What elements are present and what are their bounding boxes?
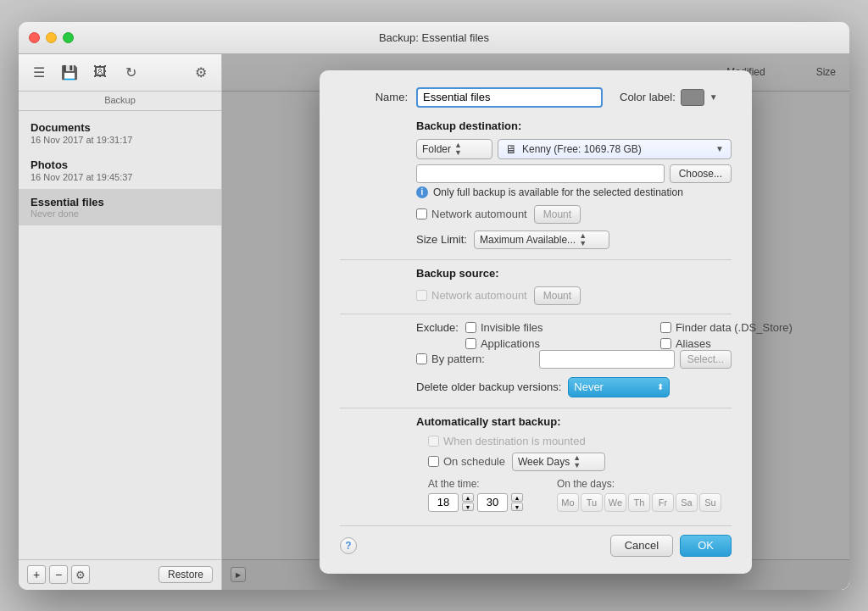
sidebar-item-status: Never done	[31, 208, 209, 219]
at-time-col: At the time: 18 ▲ ▼ 30 ▲ ▼	[428, 478, 523, 512]
sidebar-item-name: Essential files	[31, 196, 209, 208]
restore-button[interactable]: Restore	[159, 566, 213, 583]
day-fr[interactable]: Fr	[652, 493, 674, 512]
main-window: Backup: Essential files ☰ 💾 🖼 ↻ ⚙ Backup…	[19, 22, 849, 590]
hours-up-arrow[interactable]: ▲	[462, 493, 474, 502]
destination-row: Folder ▲▼ 🖥 Kenny (Free: 1069.78 GB) ▼	[416, 139, 732, 159]
by-pattern-text: By pattern:	[431, 353, 485, 365]
mount-button[interactable]: Mount	[534, 205, 581, 224]
main-content: ☰ 💾 🖼 ↻ ⚙ Backup Documents 16 Nov 2017 a…	[19, 54, 849, 590]
monitor-icon[interactable]: 🖼	[88, 60, 112, 84]
backup-list-icon[interactable]: ☰	[27, 60, 51, 84]
name-label: Name:	[340, 91, 408, 103]
color-dropdown-arrow[interactable]: ▼	[709, 92, 718, 102]
cancel-button[interactable]: Cancel	[610, 535, 673, 557]
minutes-down-arrow[interactable]: ▼	[511, 503, 523, 511]
source-automount-checkbox[interactable]	[416, 290, 427, 301]
path-row: Choose...	[416, 164, 732, 183]
exclude-applications-text: Applications	[481, 337, 540, 350]
sidebar: ☰ 💾 🖼 ↻ ⚙ Backup Documents 16 Nov 2017 a…	[19, 54, 222, 590]
size-limit-select[interactable]: Maximum Available... ▲▼	[474, 231, 609, 249]
delete-older-value: Never	[574, 380, 604, 393]
network-automount-checkbox[interactable]	[416, 208, 427, 219]
pattern-input[interactable]	[539, 350, 675, 369]
when-mounted-checkbox[interactable]	[428, 436, 439, 447]
name-input[interactable]	[416, 87, 603, 108]
source-automount-text: Network automount	[431, 289, 527, 302]
automount-row: Network automount Mount	[416, 205, 732, 224]
delete-select-arrows: ⬍	[657, 382, 664, 392]
size-limit-arrows: ▲▼	[579, 232, 587, 247]
settings-icon[interactable]: ⚙	[189, 60, 213, 84]
color-label-area: Color label: ▼	[620, 89, 718, 106]
destination-type-select[interactable]: Folder ▲▼	[416, 139, 492, 159]
source-row: Network automount Mount	[416, 286, 732, 305]
when-mounted-label: When destination is mounted	[428, 435, 586, 447]
hd-icon[interactable]: 💾	[58, 60, 81, 84]
info-row: i Only full backup is available for the …	[416, 186, 732, 198]
sidebar-item-photos[interactable]: Photos 16 Nov 2017 at 19:45:37	[19, 152, 221, 189]
day-su[interactable]: Su	[699, 493, 721, 512]
exclude-col-right: Finder data (.DS_Store) Aliases	[660, 321, 830, 350]
delete-row: Delete older backup versions: Never ⬍	[416, 377, 732, 397]
day-mo[interactable]: Mo	[557, 493, 579, 512]
path-input[interactable]	[416, 164, 665, 183]
info-message: Only full backup is available for the se…	[433, 186, 683, 198]
day-sa[interactable]: Sa	[676, 493, 698, 512]
hours-value: 18	[428, 493, 459, 512]
when-mounted-text: When destination is mounted	[443, 435, 586, 447]
day-we[interactable]: We	[604, 493, 626, 512]
exclude-finder-checkbox[interactable]	[660, 322, 671, 333]
sidebar-item-date: 16 Nov 2017 at 19:31:17	[31, 135, 209, 145]
exclude-invisible-checkbox[interactable]	[465, 322, 476, 333]
day-th[interactable]: Th	[628, 493, 650, 512]
divider-1	[340, 259, 732, 260]
maximize-button[interactable]	[63, 32, 74, 43]
exclude-applications-checkbox[interactable]	[465, 338, 476, 349]
help-button[interactable]: ?	[340, 537, 357, 554]
hours-down-arrow[interactable]: ▼	[462, 503, 474, 511]
time-row: At the time: 18 ▲ ▼ 30 ▲ ▼	[428, 478, 732, 512]
minimize-button[interactable]	[46, 32, 57, 43]
sidebar-item-essential-files[interactable]: Essential files Never done	[19, 189, 221, 225]
delete-older-label: Delete older backup versions:	[416, 380, 561, 393]
sidebar-items: Documents 16 Nov 2017 at 19:31:17 Photos…	[19, 111, 221, 559]
select-arrows: ▲▼	[454, 142, 462, 157]
sync-icon[interactable]: ↻	[119, 60, 142, 84]
by-pattern-checkbox[interactable]	[416, 353, 427, 364]
on-schedule-checkbox[interactable]	[428, 456, 439, 467]
backup-source-title: Backup source:	[416, 267, 732, 280]
destination-drive-select[interactable]: 🖥 Kenny (Free: 1069.78 GB) ▼	[498, 139, 732, 159]
gear-button[interactable]: ⚙	[71, 565, 90, 584]
pattern-row: By pattern: Select...	[416, 350, 732, 369]
close-button[interactable]	[29, 32, 40, 43]
minutes-stepper-arrows[interactable]: ▲ ▼	[511, 493, 523, 511]
color-swatch	[681, 89, 704, 106]
hours-stepper-arrows[interactable]: ▲ ▼	[462, 493, 474, 511]
window-title: Backup: Essential files	[379, 31, 489, 44]
info-icon: i	[416, 186, 428, 198]
modal-overlay: Name: Color label: ▼ Backup destination:…	[222, 54, 849, 590]
choose-button[interactable]: Choose...	[670, 164, 732, 183]
backup-destination-title: Backup destination:	[416, 119, 732, 132]
schedule-select[interactable]: Week Days ▲▼	[512, 453, 605, 471]
size-limit-row: Size Limit: Maximum Available... ▲▼	[416, 231, 732, 249]
sidebar-item-documents[interactable]: Documents 16 Nov 2017 at 19:31:17	[19, 114, 221, 152]
exclude-section: Exclude: Invisible files Appl	[340, 321, 732, 369]
exclude-aliases-checkbox[interactable]	[660, 338, 671, 349]
size-limit-value: Maximum Available...	[480, 234, 576, 246]
sidebar-toolbar: ☰ 💾 🖼 ↻ ⚙	[19, 54, 221, 92]
ok-button[interactable]: OK	[680, 535, 732, 557]
schedule-arrows: ▲▼	[573, 454, 581, 469]
remove-backup-button[interactable]: −	[49, 565, 68, 584]
source-mount-button[interactable]: Mount	[534, 286, 581, 305]
select-button[interactable]: Select...	[680, 350, 732, 369]
minutes-up-arrow[interactable]: ▲	[511, 493, 523, 502]
drive-chevron: ▼	[715, 144, 724, 153]
divider-3	[340, 408, 732, 408]
delete-older-select[interactable]: Never ⬍	[568, 377, 670, 397]
destination-type-value: Folder	[422, 143, 451, 155]
days-pills: Mo Tu We Th Fr Sa Su	[557, 493, 721, 512]
day-tu[interactable]: Tu	[581, 493, 603, 512]
add-backup-button[interactable]: +	[27, 565, 46, 584]
